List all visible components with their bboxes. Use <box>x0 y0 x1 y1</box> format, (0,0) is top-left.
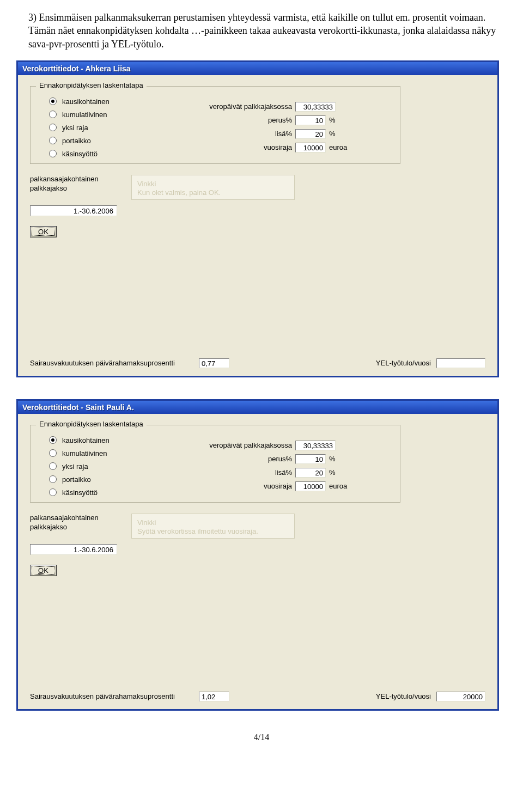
window-title: Verokorttitiedot - Ahkera Liisa <box>18 62 497 75</box>
intro-paragraph: 3) Ensimmäisen palkanmaksukerran perusta… <box>28 11 507 51</box>
unit-label: % <box>329 130 351 138</box>
lisa-input[interactable]: 20 <box>295 129 326 139</box>
yel-label: YEL-työtulo/vuosi <box>376 359 431 367</box>
intro-text: Ensimmäisen palkanmaksukerran perustamis… <box>28 12 496 50</box>
field-vuosiraja: vuosiraja 10000 euroa <box>194 143 361 152</box>
radio-icon <box>49 97 57 105</box>
payperiod-label: palkansaajakohtainen palkkajakso <box>30 514 123 532</box>
radio-icon <box>49 150 57 157</box>
radio-icon <box>49 124 57 131</box>
field-vuosiraja: vuosiraja 10000 euroa <box>194 481 361 491</box>
field-veropaivat: veropäivät palkkajaksossa 30,33333 <box>194 441 361 450</box>
field-perus: perus% 10 % <box>194 454 361 464</box>
calc-method-groupbox: Ennakonpidätyksen laskentatapa kausikoht… <box>30 86 400 164</box>
window-title: Verokorttitiedot - Saint Pauli A. <box>18 401 497 414</box>
taxcard-window-liisa: Verokorttitiedot - Ahkera Liisa Ennakonp… <box>16 60 499 377</box>
radio-label: yksi raja <box>62 462 88 471</box>
groupbox-legend: Ennakonpidätyksen laskentatapa <box>36 420 147 428</box>
radio-icon <box>49 449 57 457</box>
radio-label: käsinsyöttö <box>62 489 98 497</box>
groupbox-legend: Ennakonpidätyksen laskentatapa <box>36 81 147 89</box>
field-label: perus% <box>194 116 292 124</box>
page-number: 4/14 <box>16 732 507 742</box>
list-number: 3) <box>28 12 37 23</box>
radio-label: yksi raja <box>62 124 88 132</box>
taxcard-window-pauli: Verokorttitiedot - Saint Pauli A. Ennako… <box>16 399 499 711</box>
radio-label: käsinsyöttö <box>62 150 98 158</box>
radio-label: kumulatiivinen <box>62 449 107 457</box>
payperiod-input[interactable]: 1.-30.6.2006 <box>30 205 117 216</box>
yel-input[interactable]: 20000 <box>436 692 485 701</box>
vuosiraja-input[interactable]: 10000 <box>295 143 326 152</box>
field-label: lisä% <box>194 130 292 138</box>
veropaivat-input[interactable]: 30,33333 <box>295 102 336 112</box>
field-label: vuosiraja <box>194 482 292 490</box>
payperiod-input[interactable]: 1.-30.6.2006 <box>30 544 117 555</box>
sava-input[interactable]: 1,02 <box>199 692 229 701</box>
ok-button[interactable]: OK <box>30 226 57 237</box>
perus-input[interactable]: 10 <box>295 454 326 464</box>
radio-icon <box>49 111 57 118</box>
radio-icon <box>49 436 57 444</box>
sava-input[interactable]: 0,77 <box>199 358 229 368</box>
hint-box: Vinkki Kun olet valmis, paina OK. <box>131 175 295 200</box>
hint-box: Vinkki Syötä verokortissa ilmoitettu vuo… <box>131 514 295 539</box>
field-veropaivat: veropäivät palkkajaksossa 30,33333 <box>194 102 361 112</box>
radio-icon <box>49 489 57 496</box>
hint-title: Vinkki <box>137 518 289 527</box>
radio-icon <box>49 137 57 144</box>
hint-text: Syötä verokortissa ilmoitettu vuosiraja. <box>137 527 289 536</box>
unit-label: % <box>329 455 351 463</box>
yel-input[interactable] <box>436 358 485 368</box>
yel-label: YEL-työtulo/vuosi <box>376 692 431 700</box>
field-lisa: lisä% 20 % <box>194 129 361 139</box>
unit-label: % <box>329 468 351 477</box>
unit-label: % <box>329 116 351 124</box>
field-lisa: lisä% 20 % <box>194 468 361 478</box>
radio-label: portaikko <box>62 475 91 484</box>
field-perus: perus% 10 % <box>194 115 361 125</box>
radio-label: kausikohtainen <box>62 436 110 444</box>
field-label: vuosiraja <box>194 143 292 151</box>
hint-text: Kun olet valmis, paina OK. <box>137 188 289 197</box>
radio-icon <box>49 475 57 483</box>
field-label: lisä% <box>194 468 292 477</box>
calc-method-groupbox: Ennakonpidätyksen laskentatapa kausikoht… <box>30 425 400 503</box>
perus-input[interactable]: 10 <box>295 115 326 125</box>
radio-label: kausikohtainen <box>62 97 110 106</box>
veropaivat-input[interactable]: 30,33333 <box>295 441 336 450</box>
radio-label: portaikko <box>62 137 91 145</box>
field-label: veropäivät palkkajaksossa <box>194 102 292 111</box>
hint-title: Vinkki <box>137 180 289 188</box>
field-label: perus% <box>194 455 292 463</box>
radio-label: kumulatiivinen <box>62 111 107 119</box>
sava-label: Sairausvakuutuksen päivärahamaksuprosent… <box>30 359 193 367</box>
sava-label: Sairausvakuutuksen päivärahamaksuprosent… <box>30 692 193 700</box>
ok-button[interactable]: OK <box>30 565 57 576</box>
lisa-input[interactable]: 20 <box>295 468 326 478</box>
unit-label: euroa <box>329 482 351 490</box>
radio-icon <box>49 462 57 470</box>
payperiod-label: palkansaajakohtainen palkkajakso <box>30 175 123 193</box>
field-label: veropäivät palkkajaksossa <box>194 441 292 449</box>
vuosiraja-input[interactable]: 10000 <box>295 481 326 491</box>
unit-label: euroa <box>329 143 351 151</box>
